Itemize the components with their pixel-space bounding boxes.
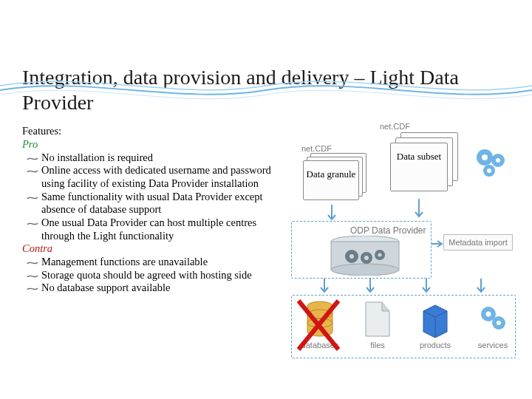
list-item-text: One usual Data Provider can host multipl… [41, 216, 256, 242]
data-subset-text: Data subset [390, 151, 448, 163]
product-box-icon [419, 301, 451, 338]
pro-label: Pro [22, 138, 273, 151]
files-item: files [356, 301, 399, 349]
list-item: No database support available [22, 282, 273, 295]
gear-icon [477, 301, 509, 338]
netcdf-label-top: net.CDF [380, 122, 410, 131]
list-item-text: Same functionality with usual Data Provi… [41, 191, 263, 216]
data-subset-stack: Data subset [390, 132, 461, 196]
metadata-import-text: Metadata import [449, 238, 507, 247]
files-caption: files [370, 341, 385, 349]
file-icon [363, 301, 392, 338]
content-row: Features: Pro No installation is require… [22, 125, 510, 373]
pro-list: No installation is required Online acces… [22, 151, 273, 243]
svg-point-12 [364, 256, 369, 260]
odp-server-icon [328, 236, 402, 276]
list-item-text: Management functions are unavailable [41, 256, 208, 267]
slide-title: Integration, data provision and delivery… [22, 65, 510, 115]
svg-point-3 [496, 158, 500, 163]
svg-point-19 [486, 312, 491, 317]
products-caption: products [420, 341, 451, 349]
list-item-text: Online access with dedicated username an… [41, 164, 271, 189]
metadata-import-box: Metadata import [443, 234, 513, 250]
list-item: Online access with dedicated username an… [22, 164, 273, 190]
list-item-text: Storage quota should be agreed with host… [41, 269, 252, 281]
features-label: Features: [22, 125, 273, 138]
gear-icon [471, 144, 510, 183]
svg-point-10 [349, 254, 354, 259]
slide: Integration, data provision and delivery… [0, 65, 532, 399]
red-x-icon [294, 296, 343, 354]
list-item: No installation is required [22, 151, 273, 165]
arrow-right-icon [432, 240, 445, 248]
svg-point-5 [487, 168, 491, 173]
list-item: Management functions are unavailable [22, 256, 273, 269]
services-caption: services [478, 341, 508, 349]
contra-label: Contra [22, 242, 273, 256]
list-item: Storage quota should be agreed with host… [22, 269, 273, 282]
contra-list: Management functions are unavailable Sto… [22, 256, 273, 295]
diagram-column: net.CDF net.CDF Data granule Data subset [284, 125, 510, 373]
svg-point-8 [331, 264, 399, 276]
svg-point-14 [378, 253, 382, 257]
svg-point-21 [497, 321, 501, 325]
list-item-text: No installation is required [41, 151, 153, 163]
text-column: Features: Pro No installation is require… [22, 125, 273, 373]
products-item: products [414, 301, 457, 349]
services-item: services [471, 301, 514, 349]
arrow-down-icon [414, 199, 424, 222]
list-item: One usual Data Provider can host multipl… [22, 216, 273, 242]
data-granule-stack: Data granule [303, 153, 369, 203]
data-granule-text: Data granule [303, 169, 359, 180]
svg-point-1 [482, 154, 488, 160]
netcdf-label-left: net.CDF [301, 144, 332, 153]
list-item-text: No database support available [41, 282, 170, 293]
list-item: Same functionality with usual Data Provi… [22, 191, 273, 216]
